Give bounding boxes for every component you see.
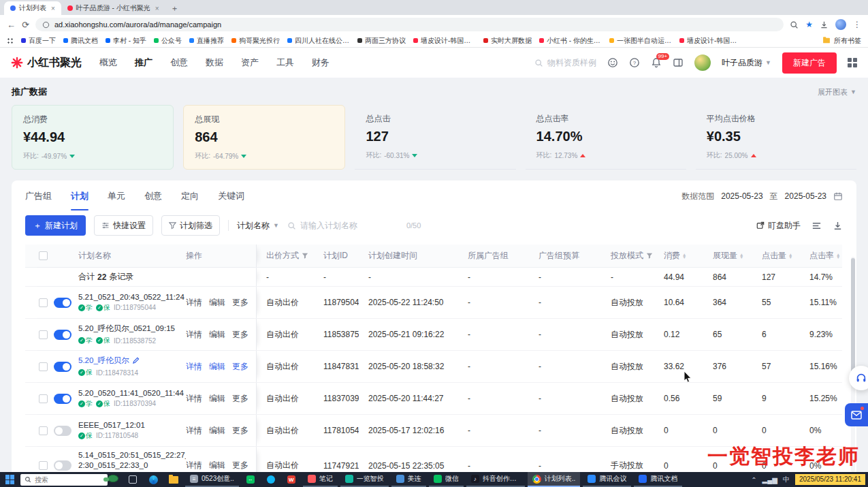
new-tab-button[interactable]: ＋ — [170, 3, 180, 14]
bookmark-item[interactable]: 四川人社在线公共.. — [287, 36, 350, 46]
qq-icon[interactable] — [262, 472, 280, 487]
more-link[interactable]: 更多 — [232, 460, 248, 471]
date-end[interactable]: 2025-05-23 — [785, 191, 826, 201]
tab-campaign[interactable]: 计划 — [71, 190, 89, 202]
search-field-select[interactable]: 计划名称▼ — [237, 220, 279, 232]
bookmark-item[interactable]: 公众号 — [154, 36, 182, 46]
plan-name[interactable]: EEEE_0517_12:01 — [78, 421, 145, 429]
plan-search-input[interactable] — [300, 221, 402, 230]
taskbar-window[interactable]: 一览智投 — [340, 472, 389, 487]
nav-promotion[interactable]: 推广 — [135, 57, 152, 69]
bookmark-item[interactable]: 直播推荐 — [189, 36, 224, 46]
emoji-icon[interactable] — [607, 57, 618, 68]
feedback-mail-button[interactable] — [845, 403, 868, 426]
nav-finance[interactable]: 财务 — [312, 57, 329, 69]
plan-toggle[interactable] — [54, 330, 71, 340]
taskbar-window[interactable]: ♪抖音创作者.. — [466, 472, 525, 487]
nav-data[interactable]: 数据 — [206, 57, 223, 69]
sort-icon[interactable]: ▲▼ — [682, 253, 686, 259]
detail-link[interactable]: 详情 — [186, 393, 202, 405]
tab-close-icon[interactable]: × — [155, 5, 159, 12]
user-avatar[interactable] — [694, 54, 711, 71]
back-icon[interactable]: ← — [7, 20, 16, 29]
browser-tab-inactive[interactable]: 叶子品质游 - 小红书聚光 × — [61, 1, 165, 15]
bookmark-item[interactable]: 墙皮设计-韩国做视.. — [413, 36, 476, 46]
table-scrollbar[interactable] — [851, 257, 855, 472]
tab-close-icon[interactable]: × — [51, 5, 55, 12]
filter-icon[interactable] — [646, 253, 653, 260]
url-field[interactable]: ad.xiaohongshu.com/aurora/ad/manage/camp… — [35, 18, 784, 31]
taskbar-search[interactable] — [20, 474, 108, 486]
row-checkbox[interactable] — [39, 461, 48, 470]
bookmark-item[interactable]: 腾讯文档 — [63, 36, 98, 46]
browser-menu-icon[interactable]: ⋮ — [853, 20, 861, 29]
bookmark-item[interactable]: 百度一下 — [21, 36, 56, 46]
taskbar-clock[interactable]: 2025/05/23 11:20:41 — [795, 474, 865, 485]
tab-adgroup[interactable]: 广告组 — [25, 190, 52, 202]
taskbar-window[interactable]: ≡0523创意.. — [185, 472, 239, 487]
edit-link[interactable]: 编辑 — [209, 297, 225, 309]
plan-toggle[interactable] — [54, 460, 71, 471]
select-all-checkbox[interactable] — [39, 251, 48, 260]
row-checkbox[interactable] — [39, 298, 48, 307]
expand-chart-link[interactable]: 展开图表▼ — [818, 87, 856, 97]
plan-name[interactable]: 5.14_0515_20:51_0515_22:27_0515_2 — [78, 451, 186, 459]
rename-pencil-icon[interactable] — [132, 357, 140, 364]
taskbar-window[interactable]: 腾讯会议 — [583, 472, 631, 487]
all-bookmarks-button[interactable]: 所有书签 — [822, 36, 861, 46]
browser-tab-active[interactable]: 计划列表 × — [4, 1, 61, 15]
column-settings-icon[interactable] — [811, 221, 822, 231]
tab-keywords[interactable]: 关键词 — [218, 190, 244, 202]
taskbar-window[interactable]: 腾讯文档 — [634, 472, 682, 487]
edit-link[interactable]: 编辑 — [209, 425, 225, 437]
more-link[interactable]: 更多 — [232, 393, 248, 405]
date-start[interactable]: 2025-05-23 — [721, 191, 762, 201]
taskbar-search-input[interactable] — [35, 476, 96, 484]
plan-name[interactable]: 5.20_0520_11:41_0520_11:44 — [78, 389, 184, 397]
detail-link[interactable]: 详情 — [186, 329, 202, 341]
plan-filter-button[interactable]: 计划筛选 — [161, 215, 220, 236]
taskbar-window-active[interactable]: 计划列表.. — [528, 472, 581, 487]
row-checkbox[interactable] — [39, 362, 48, 371]
bookmark-item[interactable]: 一张图半自动运营V.. — [609, 36, 672, 46]
row-checkbox[interactable] — [39, 330, 48, 339]
more-link[interactable]: 更多 — [232, 329, 248, 341]
quick-settings-button[interactable]: 快捷设置 — [94, 215, 153, 236]
detail-link[interactable]: 详情 — [186, 361, 202, 373]
account-switcher[interactable]: 叶子品质游 ▼ — [722, 57, 771, 69]
new-plan-button[interactable]: ＋新建计划 — [25, 215, 86, 236]
nav-assets[interactable]: 资产 — [241, 57, 259, 69]
support-headset-button[interactable] — [849, 366, 868, 390]
edit-link[interactable]: 编辑 — [209, 361, 225, 373]
edit-link[interactable]: 编辑 — [209, 460, 225, 471]
row-checkbox[interactable] — [39, 426, 48, 435]
download-icon[interactable] — [820, 20, 829, 29]
plan-toggle[interactable] — [54, 362, 71, 372]
help-icon[interactable]: ? — [629, 57, 640, 68]
edge-icon[interactable] — [144, 472, 162, 487]
sort-icon[interactable]: ▲▼ — [788, 253, 792, 259]
site-info-icon[interactable] — [42, 21, 50, 29]
tray-expand-icon[interactable]: ⌃ — [751, 476, 756, 484]
refresh-icon[interactable]: ⟳ — [22, 20, 29, 29]
task-view-icon[interactable] — [124, 472, 142, 487]
plan-toggle[interactable] — [54, 298, 71, 308]
taskbar-window[interactable]: 美连 — [391, 472, 426, 487]
taskbar-window[interactable]: 笔记 — [303, 472, 338, 487]
start-button[interactable] — [5, 475, 15, 484]
plan-name[interactable]: 5.21_0521_20:43_0522_11:24 — [78, 293, 184, 301]
lens-search-icon[interactable] — [790, 20, 799, 29]
bookmark-star-icon[interactable]: ★ — [805, 20, 813, 29]
tab-unit[interactable]: 单元 — [108, 190, 125, 202]
bookmark-item[interactable]: 小红书 - 你的生活.. — [539, 36, 602, 46]
file-explorer-icon[interactable] — [165, 472, 182, 487]
plan-toggle[interactable] — [54, 426, 71, 436]
more-link[interactable]: 更多 — [232, 297, 248, 309]
edit-link[interactable]: 编辑 — [209, 393, 225, 405]
header-search[interactable]: 物料资质样例 — [534, 57, 596, 69]
row-checkbox[interactable] — [39, 394, 48, 403]
calendar-icon[interactable] — [833, 191, 843, 201]
tab-creative[interactable]: 创意 — [144, 190, 162, 202]
plan-name[interactable]: 5.20_呼伦贝尔 — [78, 356, 140, 366]
detail-link[interactable]: 详情 — [186, 297, 202, 309]
